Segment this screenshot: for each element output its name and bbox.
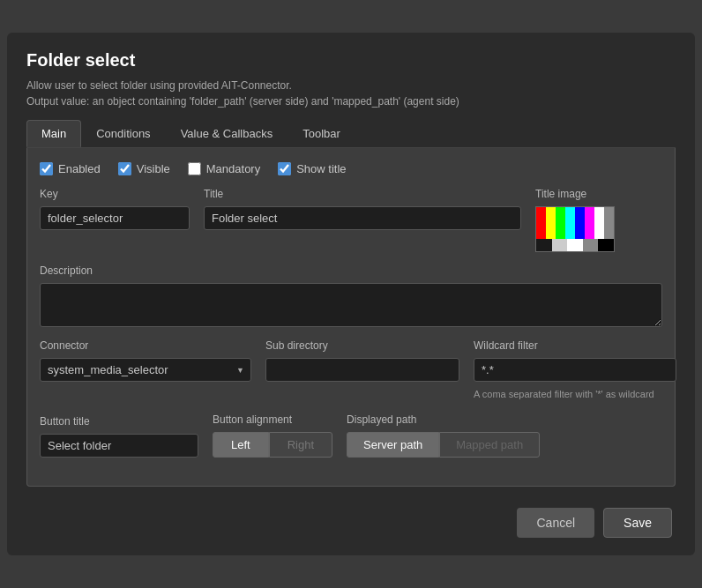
subdirectory-label: Sub directory: [265, 339, 459, 352]
subdirectory-input[interactable]: [265, 358, 459, 382]
connector-field-group: Connector system_media_selector: [40, 339, 251, 382]
description-textarea[interactable]: [40, 283, 662, 327]
key-field-group: Key: [40, 188, 190, 230]
key-title-row: Key Title Title image: [40, 188, 662, 252]
dp-server-path[interactable]: Server path: [347, 432, 439, 458]
show-title-checkbox-group[interactable]: Show title: [278, 162, 346, 175]
btn-align-right[interactable]: Right: [269, 432, 332, 458]
subdirectory-field-group: Sub directory: [265, 339, 459, 382]
mandatory-label: Mandatory: [206, 162, 260, 175]
key-label: Key: [40, 188, 190, 200]
bottom-bar: Cancel Save: [26, 508, 676, 538]
key-input[interactable]: [40, 206, 190, 230]
displayed-path-label: Displayed path: [347, 413, 540, 426]
btn-title-field-group: Button title: [40, 415, 198, 458]
main-panel: Enabled Visible Mandatory Show title Key: [26, 148, 676, 486]
connector-select[interactable]: system_media_selector: [40, 358, 251, 382]
btn-alignment-group: Left Right: [213, 432, 332, 458]
dialog-title: Folder select: [26, 50, 676, 71]
mandatory-checkbox[interactable]: [188, 162, 201, 175]
wildcard-label: Wildcard filter: [474, 339, 676, 352]
tab-conditions[interactable]: Conditions: [81, 120, 165, 147]
tab-value-callbacks[interactable]: Value & Callbacks: [166, 120, 288, 147]
show-title-label: Show title: [296, 162, 346, 175]
tab-main[interactable]: Main: [26, 120, 81, 147]
btn-title-input[interactable]: [40, 434, 198, 458]
description-label: Description: [40, 264, 662, 277]
btn-align-left[interactable]: Left: [213, 432, 269, 458]
description-field-group: Description: [40, 264, 662, 327]
wildcard-hint: A coma separated filter with '*' as wild…: [474, 388, 676, 400]
visible-checkbox[interactable]: [118, 162, 131, 175]
title-field-group: Title: [204, 188, 521, 230]
enabled-checkbox[interactable]: [40, 162, 53, 175]
dialog-description: Allow user to select folder using provid…: [26, 79, 676, 92]
visible-checkbox-group[interactable]: Visible: [118, 162, 170, 175]
enabled-label: Enabled: [58, 162, 101, 175]
show-title-checkbox[interactable]: [278, 162, 291, 175]
connector-label: Connector: [40, 339, 251, 352]
title-label: Title: [204, 188, 521, 200]
wildcard-field-group: Wildcard filter A coma separated filter …: [474, 339, 676, 400]
cancel-button[interactable]: Cancel: [517, 508, 594, 538]
tab-toolbar[interactable]: Toolbar: [288, 120, 355, 147]
title-image-label: Title image: [535, 188, 615, 200]
dialog-output-info: Output value: an object containing 'fold…: [26, 95, 676, 108]
btn-alignment-label: Button alignment: [213, 413, 332, 426]
wildcard-input[interactable]: [474, 358, 676, 382]
btn-alignment-field-group: Button alignment Left Right: [213, 413, 332, 458]
checkboxes-row: Enabled Visible Mandatory Show title: [40, 162, 662, 175]
connector-select-wrapper: system_media_selector: [40, 358, 251, 382]
btn-title-label: Button title: [40, 415, 198, 428]
dp-mapped-path[interactable]: Mapped path: [439, 432, 540, 458]
tab-bar: Main Conditions Value & Callbacks Toolba…: [26, 120, 676, 148]
title-image-preview[interactable]: [535, 206, 615, 252]
button-row: Button title Button alignment Left Right…: [40, 413, 662, 458]
save-button[interactable]: Save: [603, 508, 672, 538]
title-input[interactable]: [204, 206, 521, 230]
folder-select-dialog: Folder select Allow user to select folde…: [7, 33, 695, 555]
visible-label: Visible: [137, 162, 170, 175]
connector-row: Connector system_media_selector Sub dire…: [40, 339, 662, 400]
displayed-path-group: Server path Mapped path: [347, 432, 540, 458]
enabled-checkbox-group[interactable]: Enabled: [40, 162, 101, 175]
displayed-path-field-group: Displayed path Server path Mapped path: [347, 413, 540, 458]
title-image-box: Title image: [535, 188, 615, 252]
mandatory-checkbox-group[interactable]: Mandatory: [188, 162, 260, 175]
